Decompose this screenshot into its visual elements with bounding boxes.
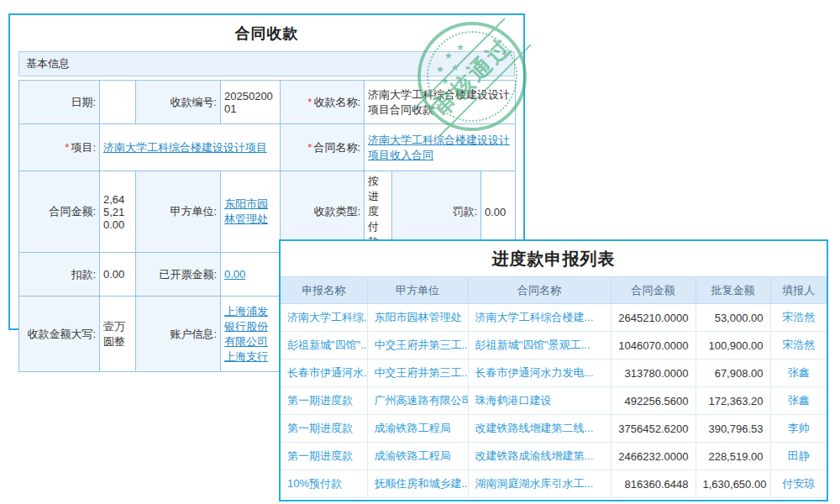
cell-approved-amount: 53,000.00 <box>696 304 770 332</box>
receipt-name-label: *收款名称: <box>281 81 365 124</box>
cell-party-a[interactable]: 成渝铁路工程局 <box>367 415 468 443</box>
cell-declaration-name[interactable]: 第一期进度款 <box>281 387 367 415</box>
cell-approved-amount: 1,630,650.00 <box>696 470 770 498</box>
cell-filler[interactable]: 张鑫 <box>770 387 827 415</box>
contract-amount-value: 2,645,210.00 <box>100 171 136 253</box>
required-asterisk: * <box>65 141 69 154</box>
receipt-no-value: 2025020001 <box>221 81 281 124</box>
cell-filler[interactable]: 付安琼 <box>770 470 827 498</box>
cell-declaration-name[interactable]: 第一期进度款 <box>281 443 367 470</box>
table-row: 第一期进度款 成渝铁路工程局 改建铁路线增建第二线... 3756452.620… <box>281 415 827 443</box>
cell-filler[interactable]: 宋浩然 <box>770 304 827 332</box>
column-header-contract-name: 合同名称 <box>468 277 611 304</box>
receipt-name-value: 济南大学工科综合楼建设设计项目合同收款 <box>365 81 516 124</box>
cell-contract-amount: 2466232.0000 <box>611 443 696 470</box>
date-label: 日期: <box>19 81 100 124</box>
contract-name-value: 济南大学工科综合楼建设设计项目收入合同 <box>365 124 516 171</box>
cell-approved-amount: 67,908.00 <box>696 360 770 387</box>
form-row-2: *项目: 济南大学工科综合楼建设设计项目 *合同名称: 济南大学工科综合楼建设设… <box>19 124 516 171</box>
cell-filler[interactable]: 田静 <box>770 443 827 470</box>
list-title: 进度款申报列表 <box>281 241 827 276</box>
progress-list-panel: 进度款申报列表 申报名称 甲方单位 合同名称 合同金额 批复金额 填报人 济南大… <box>279 239 828 501</box>
column-header-declaration-name: 申报名称 <box>281 277 367 304</box>
deduction-value: 0.00 <box>100 253 136 297</box>
cell-contract-name[interactable]: 珠海鹤港口建设 <box>468 387 611 415</box>
cell-filler[interactable]: 宋浩然 <box>770 332 827 360</box>
account-info-link[interactable]: 上海浦发银行股份有限公司上海支行 <box>224 305 268 363</box>
table-row: 济南大学工科综... 东阳市园林管理处 济南大学工科综合楼建... 264521… <box>281 304 827 332</box>
deduction-label: 扣款: <box>19 253 100 297</box>
cell-filler[interactable]: 张鑫 <box>770 360 827 387</box>
cell-contract-amount: 492256.5600 <box>611 387 696 415</box>
contract-name-link[interactable]: 济南大学工科综合楼建设设计项目收入合同 <box>368 134 510 161</box>
page-title: 合同收款 <box>10 15 523 51</box>
receipt-no-label: 收款编号: <box>136 81 221 124</box>
cell-contract-amount: 816360.6448 <box>611 470 696 498</box>
contract-name-label: *合同名称: <box>281 124 365 171</box>
table-row: 彭祖新城"四馆"... 中交王府井第三工... 彭祖新城"四馆"景观工... 1… <box>281 332 827 360</box>
party-a-label: 甲方单位: <box>136 171 221 253</box>
column-header-contract-amount: 合同金额 <box>611 277 696 304</box>
cell-contract-name[interactable]: 长春市伊通河水力发电... <box>468 360 611 387</box>
table-row: 10%预付款 抚顺住房和城乡建... 湖南洞庭湖水库引水工... 816360.… <box>281 470 827 498</box>
project-link[interactable]: 济南大学工科综合楼建设设计项目 <box>103 141 267 154</box>
cell-party-a[interactable]: 成渝铁路工程局 <box>367 443 468 470</box>
cell-party-a[interactable]: 广州高速路有限公司 <box>367 387 468 415</box>
cell-contract-name[interactable]: 济南大学工科综合楼建... <box>468 304 611 332</box>
cell-contract-name[interactable]: 改建铁路线增建第二线... <box>468 415 611 443</box>
cell-approved-amount: 390,796.53 <box>696 415 770 443</box>
account-info-label: 账户信息: <box>136 297 221 372</box>
invoiced-amount-link[interactable]: 0.00 <box>224 268 245 281</box>
cell-contract-amount: 2645210.0000 <box>611 304 696 332</box>
project-value: 济南大学工科综合楼建设设计项目 <box>100 124 281 171</box>
invoiced-amount-label: 已开票金额: <box>136 253 221 297</box>
column-header-filler: 填报人 <box>770 277 827 304</box>
table-row: 第一期进度款 广州高速路有限公司 珠海鹤港口建设 492256.5600 172… <box>281 387 827 415</box>
table-header-row: 申报名称 甲方单位 合同名称 合同金额 批复金额 填报人 <box>281 277 827 304</box>
cell-party-a[interactable]: 中交王府井第三工... <box>367 332 468 360</box>
cell-declaration-name[interactable]: 第一期进度款 <box>281 415 367 443</box>
cell-approved-amount: 172,363.20 <box>696 387 770 415</box>
party-a-value: 东阳市园林管理处 <box>221 171 281 253</box>
cell-party-a[interactable]: 中交王府井第三工... <box>367 360 468 387</box>
cell-contract-name[interactable]: 彭祖新城"四馆"景观工... <box>468 332 611 360</box>
required-asterisk: * <box>307 96 312 108</box>
form-row-1: 日期: 收款编号: 2025020001 *收款名称: 济南大学工科综合楼建设设… <box>19 81 516 124</box>
cell-declaration-name[interactable]: 彭祖新城"四馆"... <box>281 332 367 360</box>
cell-declaration-name[interactable]: 济南大学工科综... <box>281 304 367 332</box>
cell-declaration-name[interactable]: 长春市伊通河水... <box>281 360 367 387</box>
column-header-party-a: 甲方单位 <box>367 277 468 304</box>
cell-declaration-name[interactable]: 10%预付款 <box>281 470 367 498</box>
project-label: *项目: <box>19 124 100 171</box>
required-asterisk: * <box>307 141 312 154</box>
cell-approved-amount: 100,900.00 <box>696 332 770 360</box>
cell-contract-name[interactable]: 改建铁路成渝线增建第... <box>468 443 611 470</box>
cell-filler[interactable]: 李帅 <box>770 415 827 443</box>
progress-list-table: 申报名称 甲方单位 合同名称 合同金额 批复金额 填报人 济南大学工科综... … <box>281 276 827 498</box>
table-row: 长春市伊通河水... 中交王府井第三工... 长春市伊通河水力发电... 313… <box>281 360 827 387</box>
amount-in-words-label: 收款金额大写: <box>19 297 100 372</box>
cell-party-a[interactable]: 抚顺住房和城乡建... <box>367 470 468 498</box>
contract-amount-label: 合同金额: <box>19 171 100 253</box>
cell-party-a[interactable]: 东阳市园林管理处 <box>367 304 468 332</box>
column-header-approved-amount: 批复金额 <box>696 277 770 304</box>
table-row: 第一期进度款 成渝铁路工程局 改建铁路成渝线增建第... 2466232.000… <box>281 443 827 470</box>
invoiced-amount-value: 0.00 <box>221 253 281 297</box>
cell-contract-amount: 313780.0000 <box>611 360 696 387</box>
cell-approved-amount: 228,519.00 <box>696 443 770 470</box>
party-a-link[interactable]: 东阳市园林管理处 <box>224 197 268 225</box>
account-info-value: 上海浦发银行股份有限公司上海支行 <box>221 297 281 372</box>
cell-contract-amount: 3756452.6200 <box>611 415 696 443</box>
date-value[interactable] <box>100 81 136 124</box>
cell-contract-name[interactable]: 湖南洞庭湖水库引水工... <box>468 470 611 498</box>
amount-in-words-value: 壹万圆整 <box>100 297 136 372</box>
cell-contract-amount: 1046070.0000 <box>611 332 696 360</box>
page: 合同收款 基本信息 日期: 收款编号: 2025020001 *收款名称: 济南… <box>0 0 840 504</box>
section-header-basic-info: 基本信息 <box>18 51 515 76</box>
